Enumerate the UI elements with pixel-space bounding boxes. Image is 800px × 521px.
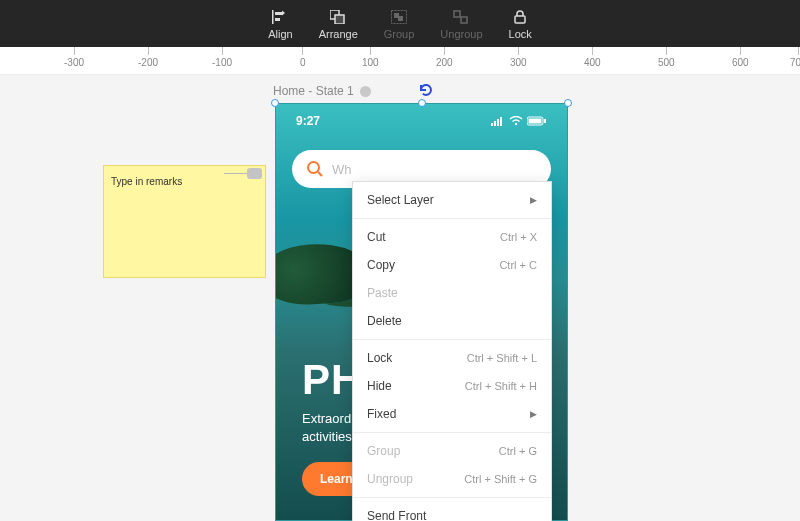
svg-rect-10 bbox=[515, 16, 525, 23]
ctx-group: Group Ctrl + G bbox=[353, 437, 551, 465]
menu-separator bbox=[353, 218, 551, 219]
ctx-ungroup: Ungroup Ctrl + Shift + G bbox=[353, 465, 551, 493]
ctx-shortcut: Ctrl + Shift + G bbox=[464, 473, 537, 485]
ruler-tick: -200 bbox=[138, 57, 158, 68]
ruler-tick: -300 bbox=[64, 57, 84, 68]
phone-status-bar: 9:27 bbox=[276, 114, 567, 128]
ctx-label: Fixed bbox=[367, 407, 396, 421]
ctx-paste: Paste bbox=[353, 279, 551, 307]
status-icons bbox=[491, 116, 547, 126]
ungroup-button: Ungroup bbox=[440, 8, 482, 40]
ruler-tick: 200 bbox=[436, 57, 453, 68]
ctx-select-layer[interactable]: Select Layer ▶ bbox=[353, 186, 551, 214]
sticky-note[interactable]: Type in remarks bbox=[103, 165, 266, 278]
svg-rect-14 bbox=[500, 117, 502, 126]
svg-rect-7 bbox=[398, 16, 403, 21]
ruler: -300 -200 -100 0 100 200 300 400 500 600… bbox=[0, 47, 800, 75]
artboard-label[interactable]: Home - State 1 bbox=[273, 84, 371, 98]
ctx-hide[interactable]: Hide Ctrl + Shift + H bbox=[353, 372, 551, 400]
lock-label: Lock bbox=[509, 28, 532, 40]
svg-point-19 bbox=[308, 162, 319, 173]
ungroup-label: Ungroup bbox=[440, 28, 482, 40]
svg-rect-1 bbox=[275, 12, 283, 15]
svg-rect-0 bbox=[272, 10, 274, 24]
hero-subtitle-1: Extraordi bbox=[302, 411, 354, 426]
align-icon bbox=[271, 8, 289, 26]
ctx-label: Copy bbox=[367, 258, 395, 272]
ctx-label: Send Front bbox=[367, 509, 426, 521]
ctx-label: Group bbox=[367, 444, 400, 458]
selection-handle[interactable] bbox=[418, 99, 426, 107]
top-toolbar: Align Arrange Group Ungroup Lock bbox=[0, 0, 800, 47]
ruler-tick: 700 bbox=[790, 57, 800, 68]
selection-handle[interactable] bbox=[564, 99, 572, 107]
menu-separator bbox=[353, 497, 551, 498]
menu-separator bbox=[353, 432, 551, 433]
selection-handle[interactable] bbox=[271, 99, 279, 107]
ruler-tick: 600 bbox=[732, 57, 749, 68]
ctx-shortcut: Ctrl + X bbox=[500, 231, 537, 243]
ruler-tick: -100 bbox=[212, 57, 232, 68]
svg-rect-4 bbox=[335, 15, 344, 24]
lock-button[interactable]: Lock bbox=[509, 8, 532, 40]
hero-subtitle-2: activities bbox=[302, 429, 352, 444]
group-icon bbox=[390, 8, 408, 26]
wifi-icon bbox=[509, 116, 523, 126]
ctx-shortcut: Ctrl + Shift + L bbox=[467, 352, 537, 364]
chevron-right-icon: ▶ bbox=[530, 409, 537, 419]
svg-rect-12 bbox=[494, 121, 496, 126]
menu-separator bbox=[353, 339, 551, 340]
ungroup-icon bbox=[452, 8, 470, 26]
ctx-shortcut: Ctrl + C bbox=[499, 259, 537, 271]
ctx-label: Select Layer bbox=[367, 193, 434, 207]
svg-rect-2 bbox=[275, 18, 280, 21]
ruler-tick: 300 bbox=[510, 57, 527, 68]
svg-point-15 bbox=[515, 123, 517, 125]
svg-rect-13 bbox=[497, 119, 499, 126]
phone-time: 9:27 bbox=[296, 114, 320, 128]
ctx-label: Cut bbox=[367, 230, 386, 244]
ctx-label: Hide bbox=[367, 379, 392, 393]
align-button[interactable]: Align bbox=[268, 8, 292, 40]
design-canvas[interactable]: Type in remarks Home - State 1 9:27 Wh P… bbox=[0, 75, 800, 521]
ctx-label: Delete bbox=[367, 314, 402, 328]
group-label: Group bbox=[384, 28, 415, 40]
align-label: Align bbox=[268, 28, 292, 40]
svg-rect-11 bbox=[491, 123, 493, 126]
arrange-label: Arrange bbox=[319, 28, 358, 40]
arrange-icon bbox=[329, 8, 347, 26]
ruler-tick: 500 bbox=[658, 57, 675, 68]
ctx-label: Paste bbox=[367, 286, 398, 300]
ctx-send-front[interactable]: Send Front bbox=[353, 502, 551, 521]
svg-rect-9 bbox=[461, 17, 467, 23]
ruler-tick: 100 bbox=[362, 57, 379, 68]
sticky-note-text: Type in remarks bbox=[111, 176, 182, 187]
svg-rect-18 bbox=[544, 119, 546, 123]
signal-icon bbox=[491, 116, 505, 126]
sticky-connector bbox=[224, 167, 262, 181]
svg-rect-8 bbox=[454, 11, 460, 17]
svg-rect-17 bbox=[529, 119, 542, 124]
battery-icon bbox=[527, 116, 547, 126]
ctx-delete[interactable]: Delete bbox=[353, 307, 551, 335]
context-menu: Select Layer ▶ Cut Ctrl + X Copy Ctrl + … bbox=[352, 181, 552, 521]
ctx-shortcut: Ctrl + Shift + H bbox=[465, 380, 537, 392]
ctx-fixed[interactable]: Fixed ▶ bbox=[353, 400, 551, 428]
ruler-tick: 0 bbox=[300, 57, 306, 68]
ctx-cut[interactable]: Cut Ctrl + X bbox=[353, 223, 551, 251]
chevron-right-icon: ▶ bbox=[530, 195, 537, 205]
lock-icon bbox=[511, 8, 529, 26]
ctx-shortcut: Ctrl + G bbox=[499, 445, 537, 457]
ctx-label: Ungroup bbox=[367, 472, 413, 486]
search-placeholder: Wh bbox=[332, 162, 352, 177]
ctx-lock[interactable]: Lock Ctrl + Shift + L bbox=[353, 344, 551, 372]
svg-line-20 bbox=[318, 172, 322, 176]
ctx-copy[interactable]: Copy Ctrl + C bbox=[353, 251, 551, 279]
artboard-label-text: Home - State 1 bbox=[273, 84, 354, 98]
group-button: Group bbox=[384, 8, 415, 40]
arrange-button[interactable]: Arrange bbox=[319, 8, 358, 40]
search-icon bbox=[306, 160, 324, 178]
ctx-label: Lock bbox=[367, 351, 392, 365]
gear-icon[interactable] bbox=[360, 86, 371, 97]
ruler-tick: 400 bbox=[584, 57, 601, 68]
